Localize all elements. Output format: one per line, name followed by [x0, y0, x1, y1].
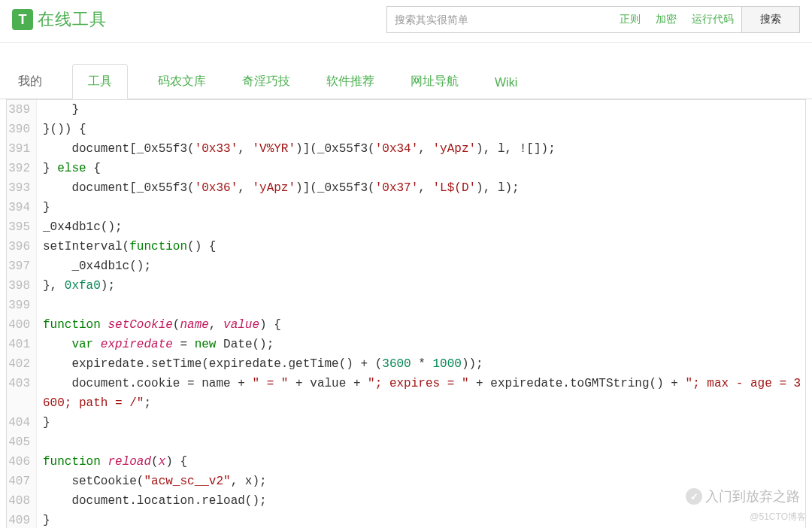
line-number: 392 [7, 159, 37, 178]
line-number: 408 [7, 491, 37, 511]
code-content[interactable]: expiredate.setTime(expiredate.getTime() … [37, 354, 805, 374]
line-number: 401 [7, 335, 37, 354]
logo[interactable]: T 在线工具 [12, 8, 107, 31]
code-line: 399 [7, 296, 805, 315]
code-line: 391 document[_0x55f3('0x33', 'V%YR')](_0… [7, 139, 805, 159]
line-number: 395 [7, 217, 37, 237]
header: T 在线工具 正则 加密 运行代码 搜索 [0, 0, 812, 43]
pill-encrypt[interactable]: 加密 [648, 6, 684, 33]
nav-tabs: 我的工具码农文库奇淫巧技软件推荐网址导航Wiki [0, 64, 812, 99]
code-content[interactable]: _0x4db1c(); [37, 217, 805, 237]
pill-runcode[interactable]: 运行代码 [684, 6, 742, 33]
code-content[interactable]: function reload(x) { [37, 452, 805, 472]
code-line: 389 } [7, 100, 805, 120]
line-number: 409 [7, 511, 37, 528]
line-number: 399 [7, 296, 37, 315]
code-line: 402 expiredate.setTime(expiredate.getTim… [7, 354, 805, 374]
code-content[interactable]: }()) { [37, 120, 805, 139]
line-number: 405 [7, 432, 37, 452]
code-content[interactable]: document.cookie = name + " = " + value +… [37, 374, 805, 413]
search-button[interactable]: 搜索 [742, 6, 800, 33]
watermark: ✓ 入门到放弃之路 [686, 487, 800, 505]
line-number: 407 [7, 472, 37, 491]
tab-2[interactable]: 码农文库 [152, 65, 212, 99]
code-content[interactable]: }, 0xfa0); [37, 276, 805, 296]
code-content[interactable]: var expiredate = new Date(); [37, 335, 805, 354]
code-line: 406function reload(x) { [7, 452, 805, 472]
code-line: 396setInterval(function() { [7, 237, 805, 256]
code-line: 405 [7, 432, 805, 452]
code-content[interactable] [37, 432, 805, 452]
code-line: 404} [7, 413, 805, 432]
tab-4[interactable]: 软件推荐 [320, 65, 380, 99]
tab-6[interactable]: Wiki [489, 67, 523, 99]
code-line: 390}()) { [7, 120, 805, 139]
code-line: 397 _0x4db1c(); [7, 256, 805, 276]
watermark-text: 入门到放弃之路 [705, 487, 800, 505]
logo-text: 在线工具 [38, 8, 107, 31]
tab-3[interactable]: 奇淫巧技 [236, 65, 296, 99]
code-content[interactable]: _0x4db1c(); [37, 256, 805, 276]
wechat-icon: ✓ [686, 488, 702, 505]
code-line: 401 var expiredate = new Date(); [7, 335, 805, 354]
line-number: 389 [7, 100, 37, 120]
line-number: 396 [7, 237, 37, 256]
line-number: 402 [7, 354, 37, 374]
code-line: 393 document[_0x55f3('0x36', 'yApz')](_0… [7, 178, 805, 198]
search-input[interactable] [386, 6, 612, 33]
line-number: 391 [7, 139, 37, 159]
line-number: 406 [7, 452, 37, 472]
code-line: 395_0x4db1c(); [7, 217, 805, 237]
pill-regex[interactable]: 正则 [612, 6, 648, 33]
code-content[interactable]: } [37, 198, 805, 217]
line-number: 390 [7, 120, 37, 139]
tab-1[interactable]: 工具 [72, 64, 128, 99]
code-content[interactable]: } [37, 413, 805, 432]
line-number: 398 [7, 276, 37, 296]
code-content[interactable] [37, 296, 805, 315]
line-number: 394 [7, 198, 37, 217]
tab-0[interactable]: 我的 [12, 65, 48, 99]
code-content[interactable]: function setCookie(name, value) { [37, 315, 805, 335]
line-number: 404 [7, 413, 37, 432]
code-content[interactable]: } else { [37, 159, 805, 178]
logo-icon: T [12, 9, 33, 30]
code-line: 400function setCookie(name, value) { [7, 315, 805, 335]
line-number: 397 [7, 256, 37, 276]
line-number: 400 [7, 315, 37, 335]
search-bar: 正则 加密 运行代码 搜索 [386, 6, 800, 33]
code-content[interactable]: } [37, 100, 805, 120]
code-content[interactable]: } [37, 511, 805, 528]
code-content[interactable]: setInterval(function() { [37, 237, 805, 256]
code-line: 392} else { [7, 159, 805, 178]
code-line: 403 document.cookie = name + " = " + val… [7, 374, 805, 413]
code-line: 409} [7, 511, 805, 528]
line-number: 403 [7, 374, 37, 413]
code-line: 394} [7, 198, 805, 217]
code-line: 398}, 0xfa0); [7, 276, 805, 296]
code-editor[interactable]: 389 }390}()) {391 document[_0x55f3('0x33… [6, 99, 806, 528]
tab-5[interactable]: 网址导航 [404, 65, 465, 99]
code-content[interactable]: document[_0x55f3('0x33', 'V%YR')](_0x55f… [37, 139, 805, 159]
code-content[interactable]: document[_0x55f3('0x36', 'yApz')](_0x55f… [37, 178, 805, 198]
attribution: @51CTO博客 [750, 511, 806, 523]
line-number: 393 [7, 178, 37, 198]
